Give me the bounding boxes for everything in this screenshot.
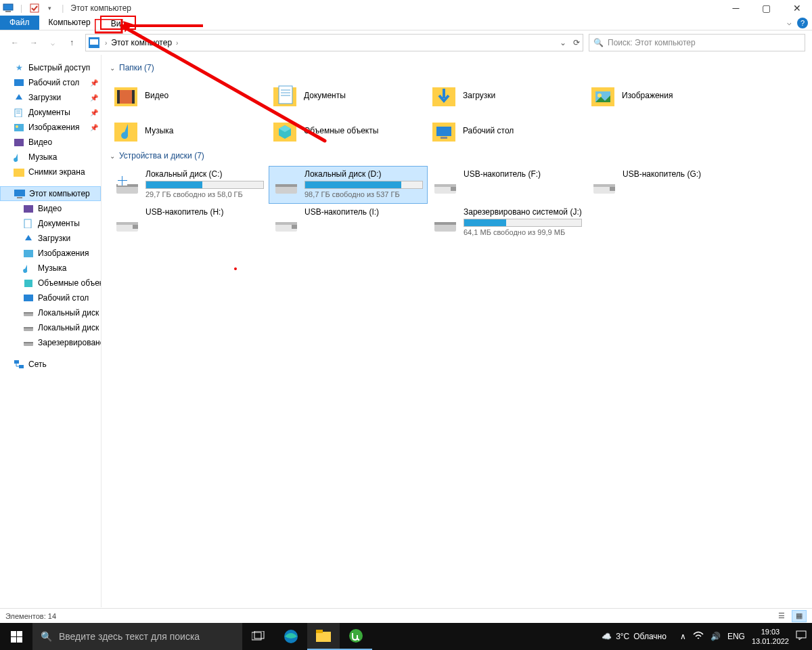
drive-tile[interactable]: USB-накопитель (F:) xyxy=(428,166,587,204)
taskbar-utorrent[interactable] xyxy=(340,623,372,650)
address-bar[interactable]: › Этот компьютер › ⌄ ⟳ xyxy=(85,34,583,51)
drive-tile[interactable]: Локальный диск (D:)98,7 ГБ свободно из 5… xyxy=(269,166,428,204)
drive-tile[interactable]: Локальный диск (C:)29,7 ГБ свободно из 5… xyxy=(110,166,269,204)
sidebar-item[interactable]: Изображения xyxy=(0,246,101,261)
sidebar-item[interactable]: Документы📌 xyxy=(0,105,101,120)
sidebar-item[interactable]: Загрузки📌 xyxy=(0,90,101,105)
taskbar-explorer[interactable] xyxy=(307,623,340,650)
tab-file[interactable]: Файл xyxy=(0,16,39,30)
up-button[interactable]: ↑ xyxy=(64,35,80,51)
forward-button[interactable]: → xyxy=(26,35,42,51)
help-icon[interactable]: ? xyxy=(797,18,808,28)
taskbar: 🔍Введите здесь текст для поиска ☁️ 3°C О… xyxy=(0,623,812,650)
start-button[interactable] xyxy=(0,623,32,650)
sidebar-item[interactable]: Музыка xyxy=(0,261,101,276)
collapse-icon[interactable]: ⌄ xyxy=(110,152,115,160)
search-box[interactable]: 🔍 Поиск: Этот компьютер xyxy=(589,34,805,51)
sidebar-item[interactable]: Музыка xyxy=(0,150,101,165)
sidebar-quick-access[interactable]: ★Быстрый доступ xyxy=(0,60,101,75)
svg-rect-29 xyxy=(14,360,19,364)
folder-icon xyxy=(430,82,457,109)
svg-rect-71 xyxy=(434,222,456,225)
refresh-button[interactable]: ⟳ xyxy=(573,38,580,47)
wifi-icon[interactable] xyxy=(693,631,704,643)
pin-icon: 📌 xyxy=(90,79,98,87)
folder-tile[interactable]: Загрузки xyxy=(428,78,587,113)
folder-tile[interactable]: Рабочий стол xyxy=(428,113,587,148)
folder-tile[interactable]: Видео xyxy=(110,78,269,113)
folder-tile[interactable]: Изображения xyxy=(587,78,746,113)
minimize-button[interactable]: ─ xyxy=(721,1,751,16)
tab-computer[interactable]: Компьютер xyxy=(39,16,100,30)
ribbon-expand-icon[interactable]: ⌵ xyxy=(787,18,792,27)
group-folders[interactable]: ⌄ Папки (7) xyxy=(110,60,804,78)
folder-tile[interactable]: Объемные объекты xyxy=(269,113,428,148)
breadcrumb[interactable]: Этот компьютер xyxy=(108,38,175,47)
item-icon xyxy=(23,203,34,214)
sidebar-item[interactable]: Локальный диск (C:) xyxy=(0,305,101,320)
sidebar-item[interactable]: Зарезервировано системой xyxy=(0,335,101,350)
sidebar-item[interactable]: Снимки экрана xyxy=(0,165,101,179)
sidebar-item[interactable]: Рабочий стол xyxy=(0,290,101,305)
content-area: ⌄ Папки (7) ВидеоДокументыЗагрузкиИзобра… xyxy=(102,55,812,607)
sidebar-network[interactable]: Сеть xyxy=(0,357,101,372)
sidebar-item[interactable]: Загрузки xyxy=(0,231,101,246)
chevron-icon[interactable]: › xyxy=(104,39,108,47)
qat-chevron-icon[interactable]: ▾ xyxy=(44,3,55,14)
maximize-button[interactable]: ▢ xyxy=(751,1,782,16)
sidebar-this-pc[interactable]: Этот компьютер xyxy=(0,186,101,201)
search-icon: 🔍 xyxy=(593,38,604,47)
folder-icon xyxy=(14,122,24,133)
capacity-bar xyxy=(304,181,423,189)
taskbar-search[interactable]: 🔍Введите здесь текст для поиска xyxy=(32,623,242,650)
drive-icon xyxy=(273,169,299,195)
collapse-icon[interactable]: ⌄ xyxy=(110,64,115,72)
details-view-button[interactable]: ☰ xyxy=(774,610,789,622)
item-icon xyxy=(23,307,34,318)
chevron-icon[interactable]: › xyxy=(175,39,179,47)
folder-tile[interactable]: Документы xyxy=(269,78,428,113)
sidebar-item[interactable]: Рабочий стол📌 xyxy=(0,75,101,90)
sidebar-item[interactable]: Видео xyxy=(0,135,101,150)
drive-tile[interactable]: Зарезервировано системой (J:)64,1 МБ сво… xyxy=(428,204,587,242)
svg-rect-18 xyxy=(24,205,33,213)
sidebar-item[interactable]: Документы xyxy=(0,216,101,231)
folder-tile[interactable]: Музыка xyxy=(110,113,269,148)
close-button[interactable]: ✕ xyxy=(782,1,812,16)
svg-rect-69 xyxy=(292,225,297,229)
sidebar-item[interactable]: Видео xyxy=(0,201,101,216)
sidebar-item[interactable]: Объемные объекты xyxy=(0,276,101,290)
tray-chevron-icon[interactable]: ∧ xyxy=(680,632,686,641)
nav-pane: ★Быстрый доступ Рабочий стол📌Загрузки📌До… xyxy=(0,55,102,607)
taskbar-weather[interactable]: ☁️ 3°C Облачно xyxy=(595,632,673,641)
status-bar: Элементов: 14 ☰ ▦ xyxy=(0,608,812,623)
task-view-button[interactable] xyxy=(242,623,275,650)
drive-tile[interactable]: USB-накопитель (I:) xyxy=(269,204,428,242)
back-button[interactable]: ← xyxy=(7,35,23,51)
qat-properties-icon[interactable] xyxy=(29,3,40,14)
svg-rect-75 xyxy=(17,637,22,643)
tab-view[interactable]: Вид xyxy=(100,16,137,30)
action-center-icon[interactable] xyxy=(796,630,807,643)
taskbar-clock[interactable]: 19:03 13.01.2022 xyxy=(752,627,789,646)
drive-tile[interactable]: USB-накопитель (G:) xyxy=(587,166,746,204)
svg-rect-82 xyxy=(796,631,806,638)
lang-indicator[interactable]: ENG xyxy=(727,632,745,641)
volume-icon[interactable]: 🔊 xyxy=(710,632,721,641)
sidebar-item[interactable]: Локальный диск (D:) xyxy=(0,320,101,335)
address-dropdown-icon[interactable]: ⌄ xyxy=(560,38,566,47)
sidebar-item[interactable]: Изображения📌 xyxy=(0,120,101,135)
folder-icon xyxy=(14,167,24,177)
group-drives[interactable]: ⌄ Устройства и диски (7) xyxy=(110,148,804,166)
svg-point-81 xyxy=(349,629,363,643)
svg-rect-47 xyxy=(436,127,451,136)
recent-dropdown[interactable]: ⌵ xyxy=(45,35,61,51)
tiles-view-button[interactable]: ▦ xyxy=(792,610,807,622)
svg-rect-16 xyxy=(14,190,25,196)
item-icon xyxy=(23,292,34,303)
svg-rect-5 xyxy=(5,11,11,12)
taskbar-edge[interactable] xyxy=(275,623,307,650)
svg-rect-7 xyxy=(90,39,98,45)
drive-tile[interactable]: USB-накопитель (H:) xyxy=(110,204,269,242)
folder-icon xyxy=(112,117,139,144)
